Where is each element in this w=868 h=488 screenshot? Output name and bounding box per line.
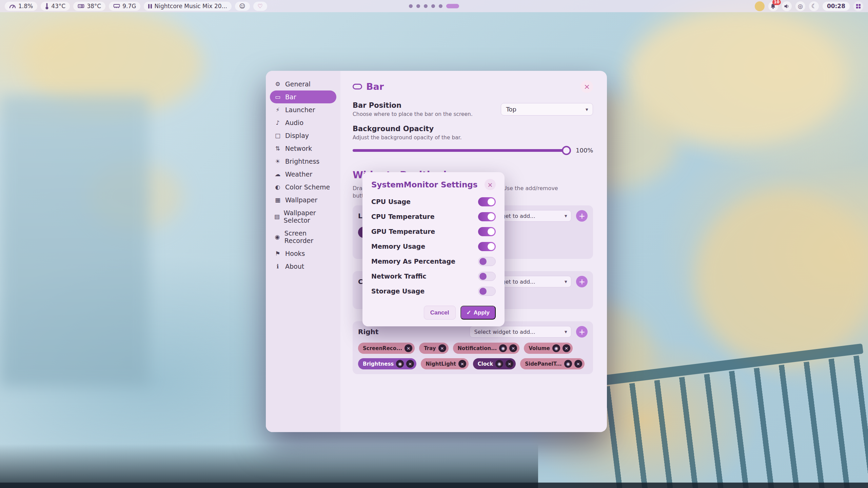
- visibility-eye-icon[interactable]: ◉: [495, 360, 503, 368]
- color-scheme-icon: ◐: [274, 184, 281, 190]
- sidebar-item-label: Audio: [285, 119, 303, 126]
- sidebar-item-label: Brightness: [285, 158, 319, 165]
- sidebar-item-label: Hooks: [285, 250, 305, 257]
- modal-close-button[interactable]: ×: [485, 179, 496, 190]
- cpu-temp-widget[interactable]: 43°C: [41, 2, 70, 11]
- gpu-temp-widget[interactable]: 38°C: [73, 2, 105, 11]
- widget-chip-label: Clock: [478, 361, 493, 367]
- toggle-switch[interactable]: [478, 212, 496, 221]
- toggle-row: CPU Usage: [371, 194, 496, 209]
- toggle-switch[interactable]: [478, 287, 496, 296]
- sidebar-item-hooks[interactable]: ⚑Hooks: [270, 247, 336, 260]
- favorites-shortcut[interactable]: ♡: [253, 2, 267, 11]
- sidebar-item-label: Screen Recorder: [284, 229, 332, 244]
- topbar-right-group: 10 ◎ ☾ 00:28: [755, 1, 863, 11]
- sidebar-item-wallpaper-selector[interactable]: ▤Wallpaper Selector: [270, 206, 336, 227]
- media-player-widget[interactable]: Nightcore Music Mix 20...: [144, 2, 231, 11]
- visibility-eye-icon[interactable]: ◉: [396, 360, 404, 368]
- sidebar-item-weather[interactable]: ☁Weather: [270, 168, 336, 181]
- remove-x-icon[interactable]: ×: [405, 344, 412, 352]
- bar-position-select[interactable]: Top ▾: [501, 103, 593, 116]
- widget-add-select[interactable]: Select widget to add... ▾: [470, 326, 571, 338]
- theme-color-icon[interactable]: [755, 1, 765, 11]
- sidebar-item-display[interactable]: □Display: [270, 129, 336, 142]
- workspace-indicator[interactable]: [409, 4, 459, 8]
- workspace-dot[interactable]: [424, 4, 428, 8]
- widget-add-placeholder: Select widget to add...: [474, 329, 535, 335]
- toggle-switch[interactable]: [478, 242, 496, 251]
- add-widget-button[interactable]: +: [576, 210, 588, 222]
- thermometer-icon: [45, 3, 49, 9]
- toggle-switch[interactable]: [478, 227, 496, 236]
- sidebar-item-wallpaper[interactable]: ▦Wallpaper: [270, 194, 336, 206]
- window-close-button[interactable]: ×: [580, 80, 593, 93]
- night-light-icon[interactable]: ☾: [809, 1, 819, 11]
- cpu-usage-widget[interactable]: 1.8%: [5, 2, 37, 11]
- toggle-label: CPU Temperature: [371, 213, 435, 220]
- sidebar-item-bar[interactable]: ▭Bar: [270, 90, 336, 103]
- sidebar-item-launcher[interactable]: ⚡Launcher: [270, 103, 336, 116]
- widget-chip[interactable]: Clock◉×: [473, 358, 516, 369]
- toggle-row: Network Traffic: [371, 269, 496, 284]
- widget-chip[interactable]: Notification...◉×: [453, 343, 520, 354]
- widget-chip[interactable]: Volume◉×: [524, 343, 573, 354]
- widget-chip[interactable]: Tray×: [419, 343, 448, 354]
- sidebar-item-about[interactable]: ℹAbout: [270, 260, 336, 273]
- volume-icon[interactable]: [782, 1, 792, 11]
- sidebar-item-label: Color Scheme: [285, 183, 330, 191]
- sidebar-item-label: Display: [285, 132, 309, 139]
- add-widget-button[interactable]: +: [576, 326, 588, 338]
- workspace-active-pill[interactable]: [446, 4, 459, 8]
- add-widget-button[interactable]: +: [576, 276, 588, 287]
- sidebar-item-color-scheme[interactable]: ◐Color Scheme: [270, 181, 336, 194]
- apply-button[interactable]: ✓ Apply: [460, 306, 496, 320]
- sliders-icon: ⚙: [274, 81, 281, 87]
- remove-x-icon[interactable]: ×: [406, 360, 414, 368]
- page-title: Bar: [366, 81, 384, 92]
- wallpaper-stairs: [0, 444, 538, 488]
- settings-sidebar: ⚙General▭Bar⚡Launcher♪Audio□Display⇅Netw…: [266, 71, 340, 432]
- widget-chip[interactable]: NightLight×: [421, 358, 469, 369]
- chevron-down-icon: ▾: [565, 279, 567, 285]
- widget-chip[interactable]: ScreenReco...×: [358, 343, 415, 354]
- notifications-bell-icon[interactable]: 10: [768, 1, 778, 11]
- notification-badge: 10: [772, 0, 781, 5]
- app-launcher-icon[interactable]: [853, 1, 863, 11]
- sidebar-item-brightness[interactable]: ☀Brightness: [270, 155, 336, 168]
- opacity-slider[interactable]: [353, 149, 570, 152]
- clock-widget[interactable]: 00:28: [823, 2, 850, 11]
- emoji-shortcut[interactable]: ☺: [235, 2, 250, 11]
- remove-x-icon[interactable]: ×: [563, 344, 570, 352]
- widget-chip[interactable]: Brightness◉×: [358, 358, 416, 369]
- workspace-dot[interactable]: [439, 4, 442, 8]
- toggle-row: Memory Usage: [371, 239, 496, 254]
- cancel-button[interactable]: Cancel: [424, 306, 456, 320]
- memory-widget[interactable]: 9.7G: [109, 2, 140, 11]
- visibility-eye-icon[interactable]: ◉: [552, 344, 560, 352]
- sidebar-item-audio[interactable]: ♪Audio: [270, 116, 336, 129]
- workspace-dot[interactable]: [409, 4, 413, 8]
- idle-inhibitor-icon[interactable]: ◎: [795, 1, 805, 11]
- visibility-eye-icon[interactable]: ◉: [564, 360, 572, 368]
- toggle-switch[interactable]: [478, 272, 496, 281]
- workspace-dot[interactable]: [416, 4, 420, 8]
- sidebar-item-network[interactable]: ⇅Network: [270, 142, 336, 155]
- remove-x-icon[interactable]: ×: [574, 360, 582, 368]
- remove-x-icon[interactable]: ×: [438, 344, 446, 352]
- remove-x-icon[interactable]: ×: [506, 360, 513, 368]
- ram-icon: [113, 4, 120, 8]
- remove-x-icon[interactable]: ×: [509, 344, 517, 352]
- sidebar-item-screen-recorder[interactable]: ◉Screen Recorder: [270, 227, 336, 247]
- toggle-switch[interactable]: [478, 257, 496, 266]
- bar-icon: [353, 84, 362, 89]
- pause-icon: [148, 4, 152, 8]
- remove-x-icon[interactable]: ×: [458, 360, 466, 368]
- workspace-dot[interactable]: [431, 4, 435, 8]
- opacity-slider-thumb[interactable]: [562, 146, 571, 155]
- background-opacity-description: Adjust the background opacity of the bar…: [353, 135, 593, 141]
- sidebar-item-general[interactable]: ⚙General: [270, 78, 336, 90]
- visibility-eye-icon[interactable]: ◉: [499, 344, 507, 352]
- wallpaper-selector-icon: ▤: [274, 213, 280, 220]
- toggle-switch[interactable]: [478, 197, 496, 206]
- widget-chip[interactable]: SidePanelT...◉×: [520, 358, 585, 369]
